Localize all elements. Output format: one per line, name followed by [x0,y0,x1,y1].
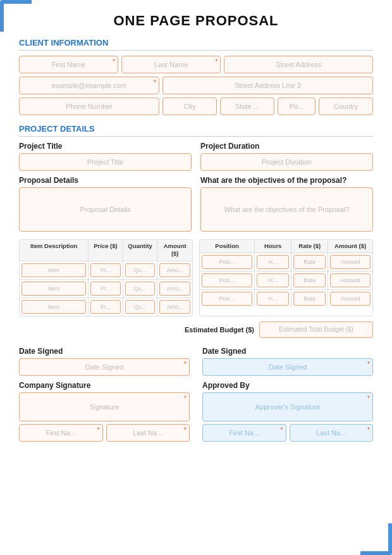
positions-table-header: Position Hours Rate ($) Amount ($) [200,240,372,253]
right-name-row: First Na... * Last Na... * [202,424,373,442]
budget-field[interactable]: Estimated Total Budget ($) [259,321,373,338]
client-row2: example@example.com * Street Address Lin… [19,77,373,94]
project-left-col: Project Title Project Title Proposal Det… [19,142,192,232]
company-sig-field[interactable]: Signature * [19,392,190,421]
th-price: Price ($) [89,240,123,261]
proposal-details-field[interactable]: Proposal Details [19,187,192,232]
project-duration-field[interactable]: Project Duration [200,153,373,171]
client-row3: Phone Number City State ... Po... Countr… [19,97,373,115]
right-date-field[interactable]: Date Signed * [202,358,373,376]
td-position: Posi... [200,271,255,289]
td-amount-pos: Amount [328,290,372,308]
td-hours: H... [255,290,291,308]
approved-sig-field[interactable]: Approver's Signature * [202,392,373,421]
objectives-label: What are the objectives of the proposal? [200,176,373,185]
project-top-row: Project Title Project Title Proposal Det… [19,142,373,232]
th-amount-pos: Amount ($) [328,240,372,253]
table-row: Item Pr... Qu... Amo... [20,297,192,316]
td-amount: Amo... [157,280,192,297]
street-address-field[interactable]: Street Address [224,56,373,73]
td-quantity: Qu... [123,261,158,279]
required-star: * [97,427,100,433]
left-first-name-field[interactable]: First Na... * [19,424,103,442]
required-star: * [184,395,187,402]
required-star: * [367,361,370,368]
state-field[interactable]: State ... [220,97,274,115]
th-item-description: Item Description [20,240,89,261]
city-field[interactable]: City [162,97,217,115]
required-star: * [367,395,370,402]
td-amount-pos: Amount [328,271,372,289]
project-right-col: Project Duration Project Duration What a… [200,142,373,232]
postal-field[interactable]: Po... [278,97,315,115]
positions-table: Position Hours Rate ($) Amount ($) Posi.… [199,239,373,316]
th-position: Position [200,240,255,253]
td-amount-pos: Amount [328,253,372,271]
proposal-details-label: Proposal Details [19,176,192,185]
items-table: Item Description Price ($) Quantity Amou… [19,239,193,316]
required-star: * [154,79,156,86]
client-row1: First Name * Last Name * Street Address [19,56,373,73]
table-row: Posi... H... Rate Amount [200,289,372,308]
items-table-header: Item Description Price ($) Quantity Amou… [20,240,192,261]
td-hours: H... [255,253,291,271]
email-field[interactable]: example@example.com * [19,77,159,94]
project-duration-label: Project Duration [200,142,373,151]
street2-field[interactable]: Street Address Line 2 [162,77,373,94]
right-last-name-field[interactable]: Last Na... * [290,424,374,442]
corner-decoration-br [360,523,392,555]
left-name-row: First Na... * Last Na... * [19,424,190,442]
td-rate: Rate [291,290,328,308]
left-last-name-field[interactable]: Last Na... * [106,424,190,442]
td-price: Pr... [89,298,123,316]
country-field[interactable]: Country [319,97,373,115]
td-amount: Amo... [157,298,192,316]
phone-field[interactable]: Phone Number [19,97,159,115]
required-star: * [215,58,217,65]
td-hours: H... [255,271,291,289]
project-section-title: PROJECT DETAILS [19,124,373,137]
required-star: * [184,427,187,433]
last-name-field[interactable]: Last Name * [121,56,221,73]
td-price: Pr... [89,280,123,297]
td-price: Pr... [89,261,123,279]
td-position: Posi... [200,253,255,271]
approved-by-label: Approved By [202,381,373,390]
company-sig-label: Company Signature [19,381,190,390]
client-section-title: CLIENT INFORMATION [19,38,373,51]
td-quantity: Qu... [123,280,158,297]
budget-label: Estimated Budget ($) [185,326,254,334]
required-star: * [367,427,370,433]
table-row: Item Pr... Qu... Amo... [20,279,192,297]
td-quantity: Qu... [123,298,158,316]
project-details-section: PROJECT DETAILS Project Title Project Ti… [19,124,373,338]
left-date-field[interactable]: Date Signed * [19,358,190,376]
td-item: Item [20,280,89,297]
required-star: * [184,361,187,368]
td-amount: Amo... [157,261,192,279]
city-state-row: City State ... Po... Country [162,97,373,115]
th-hours: Hours [255,240,291,253]
budget-row: Estimated Budget ($) Estimated Total Bud… [19,321,373,338]
td-rate: Rate [291,253,328,271]
left-date-label: Date Signed [19,347,190,356]
required-star: * [113,58,115,65]
table-row: Item Pr... Qu... Amo... [20,261,192,279]
first-name-field[interactable]: First Name * [19,56,118,73]
tables-row: Item Description Price ($) Quantity Amou… [19,239,373,316]
table-row: Posi... H... Rate Amount [200,253,372,271]
th-quantity: Quantity [123,240,158,261]
td-item: Item [20,298,89,316]
objectives-field[interactable]: What are the objectives of the Proposal? [200,187,373,232]
project-title-label: Project Title [19,142,192,151]
td-item: Item [20,261,89,279]
right-date-label: Date Signed [202,347,373,356]
corner-decoration-tl [0,0,32,32]
project-title-field[interactable]: Project Title [19,153,192,171]
signatures-section: Date Signed Date Signed * Company Signat… [19,347,373,442]
td-rate: Rate [291,271,328,289]
th-amount: Amount ($) [157,240,192,261]
right-first-name-field[interactable]: First Na... * [202,424,286,442]
table-row: Posi... H... Rate Amount [200,271,372,289]
left-signature-block: Date Signed Date Signed * Company Signat… [19,347,190,442]
